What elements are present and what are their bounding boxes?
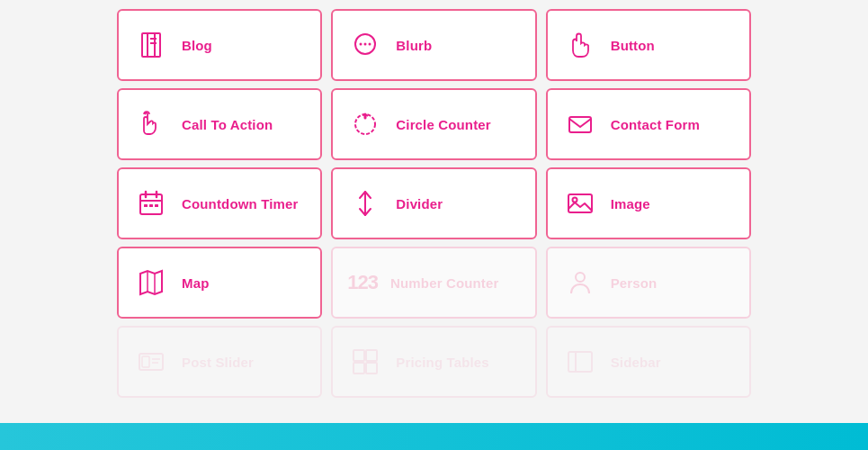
person-icon [562,265,598,301]
bottom-teal-bar [0,423,868,450]
divider-label: Divider [396,196,443,212]
chat-icon [347,27,383,63]
widget-number-counter[interactable]: 123 Number Counter [331,247,536,319]
svg-rect-29 [353,363,364,374]
svg-rect-14 [144,204,148,207]
number-counter-label: Number Counter [390,275,498,291]
svg-rect-9 [569,117,591,132]
grid-row-3: Countdown Timer Divider [117,167,751,239]
widget-post-slider[interactable]: Post Slider [117,326,322,398]
widget-map[interactable]: Map [117,247,322,319]
svg-point-19 [572,198,577,202]
svg-rect-18 [568,194,592,212]
contact-form-label: Contact Form [611,117,700,132]
sidebar-label: Sidebar [611,355,661,370]
circle-refresh-icon [347,106,383,142]
widget-pricing-tables[interactable]: Pricing Tables [331,326,536,398]
widget-countdown-timer[interactable]: Countdown Timer [117,167,322,239]
widget-blog[interactable]: Blog [117,9,322,81]
divider-arrow-icon [347,185,383,221]
envelope-icon [562,106,598,142]
sidebar-icon [562,344,598,380]
image-label: Image [611,196,650,212]
svg-rect-31 [568,352,592,372]
svg-rect-27 [353,350,364,361]
countdown-timer-label: Countdown Timer [182,196,298,212]
widget-call-to-action[interactable]: Call To Action [117,88,322,160]
svg-point-22 [576,273,585,282]
widget-sidebar[interactable]: Sidebar [546,326,751,398]
widget-contact-form[interactable]: Contact Form [546,88,751,160]
circle-counter-label: Circle Counter [396,117,490,132]
call-to-action-label: Call To Action [182,117,273,132]
grid-row-1: Blog Blurb [117,9,751,81]
grid-row-5: Post Slider Pricing Tables [117,326,751,398]
svg-rect-16 [155,204,158,207]
svg-point-6 [364,43,367,46]
svg-rect-24 [142,356,149,367]
widget-circle-counter[interactable]: Circle Counter [331,88,536,160]
widget-blurb[interactable]: Blurb [331,9,536,81]
person-label: Person [611,275,658,291]
svg-point-7 [369,43,371,46]
widget-button[interactable]: Button [546,9,751,81]
pricing-tables-label: Pricing Tables [396,355,489,370]
map-icon [133,265,169,301]
svg-point-5 [360,43,362,46]
widget-divider[interactable]: Divider [331,167,536,239]
widget-grid: Blog Blurb [0,0,868,407]
svg-rect-30 [366,363,377,374]
pointer-icon [133,106,169,142]
calendar-icon [133,185,169,221]
button-label: Button [611,38,655,53]
blurb-label: Blurb [396,38,432,53]
image-icon [562,185,598,221]
grid-row-2: Call To Action Circle Counter [117,88,751,160]
grid-row-4: Map 123 Number Counter Person [117,247,751,319]
grid-icon [347,344,383,380]
number-icon: 123 [347,271,378,294]
widget-person[interactable]: Person [546,247,751,319]
svg-rect-28 [366,350,377,361]
post-slider-icon [133,344,169,380]
hand-icon [562,27,598,63]
post-slider-label: Post Slider [182,355,254,370]
widget-image[interactable]: Image [546,167,751,239]
svg-rect-15 [149,204,153,207]
map-label: Map [182,275,209,291]
book-icon [133,27,169,63]
blog-label: Blog [182,38,212,53]
page-wrapper: Blog Blurb [0,0,868,450]
